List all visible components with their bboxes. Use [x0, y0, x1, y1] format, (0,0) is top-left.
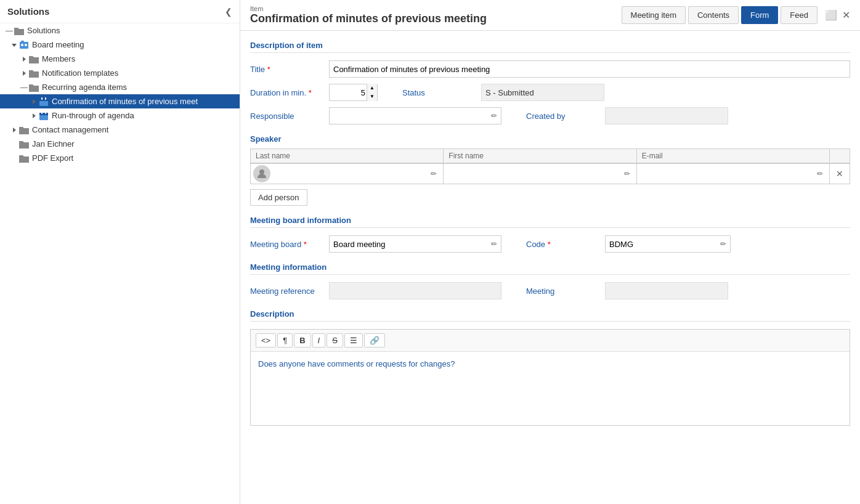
svg-rect-16 — [45, 112, 46, 114]
breadcrumb: Item — [250, 5, 487, 12]
sidebar-item-members[interactable]: Members — [0, 52, 240, 66]
responsible-field: Responsible ✏ — [250, 107, 501, 124]
header-left: Item Confirmation of minutes of previous… — [250, 5, 487, 25]
sidebar: Solutions ❮ —SolutionsBoard meetingMembe… — [0, 0, 240, 504]
tab-container: Meeting itemContentsFormFeed — [622, 6, 817, 24]
speaker-actions-header — [830, 149, 850, 163]
tree-container: —SolutionsBoard meetingMembersNotificati… — [0, 23, 240, 165]
sidebar-item-confirmation[interactable]: Confirmation of minutes of previous meet — [0, 94, 240, 108]
sidebar-item-label: Notification templates — [42, 68, 118, 78]
editor-toolbar: <>¶BIS☰🔗 — [250, 329, 850, 352]
sidebar-item-recurring-agenda-items[interactable]: —Recurring agenda items — [0, 80, 240, 94]
content-area: Description of item Title * Duration in … — [240, 31, 860, 504]
split-view-button[interactable]: ⬜ — [825, 9, 837, 21]
tab-form[interactable]: Form — [741, 6, 778, 24]
title-field: Title * — [250, 60, 850, 78]
speaker-email-input[interactable] — [639, 169, 813, 179]
folder-icon — [28, 55, 39, 63]
toolbar-bold-button[interactable]: B — [294, 333, 310, 348]
main-panel: Item Confirmation of minutes of previous… — [240, 0, 860, 504]
sidebar-item-board-meeting[interactable]: Board meeting — [0, 38, 240, 52]
sidebar-item-contact-management[interactable]: Contact management — [0, 123, 240, 137]
toolbar-italic-button[interactable]: I — [312, 333, 326, 348]
sidebar-header: Solutions ❮ — [0, 0, 240, 23]
status-label: Status — [402, 88, 476, 97]
duration-spinner[interactable]: ▲ ▼ — [329, 84, 378, 101]
responsible-createdby-row: Responsible ✏ Created by — [250, 107, 850, 124]
close-button[interactable]: ✕ — [842, 9, 850, 21]
spin-up-button[interactable]: ▲ — [367, 84, 377, 92]
editor-content[interactable]: Does anyone have comments or requests fo… — [250, 352, 850, 426]
svg-marker-5 — [23, 57, 26, 62]
speaker-firstname-header: First name — [444, 149, 636, 163]
duration-status-row: Duration in min. * ▲ ▼ Status — [250, 84, 850, 101]
speaker-lastname-cell: ✏ — [251, 164, 444, 184]
arrow-right-icon — [20, 70, 28, 76]
speaker-firstname-input[interactable] — [446, 169, 620, 179]
folder-icon — [18, 126, 30, 134]
created-by-input — [605, 107, 728, 124]
responsible-input[interactable] — [330, 109, 487, 123]
dash-icon: — — [20, 83, 28, 92]
sidebar-item-label: Contact management — [32, 125, 108, 134]
tab-meeting-item[interactable]: Meeting item — [622, 6, 686, 24]
sidebar-item-pdf-export[interactable]: PDF Export — [0, 151, 240, 165]
meeting-board-edit-button[interactable]: ✏ — [487, 238, 501, 250]
tab-feed[interactable]: Feed — [781, 6, 817, 24]
title-input[interactable] — [329, 60, 850, 78]
toolbar-paragraph-button[interactable]: ¶ — [277, 333, 293, 348]
spin-buttons: ▲ ▼ — [367, 84, 377, 101]
svg-point-18 — [259, 169, 264, 174]
svg-point-4 — [25, 44, 27, 46]
sidebar-title: Solutions — [7, 6, 49, 17]
tab-contents[interactable]: Contents — [688, 6, 739, 24]
responsible-label: Responsible — [250, 112, 324, 121]
duration-label: Duration in min. * — [250, 88, 324, 97]
sidebar-item-jan-eichner[interactable]: Jan Eichner — [0, 137, 240, 151]
meeting-field: Meeting — [526, 282, 728, 299]
speaker-email-edit-button[interactable]: ✏ — [813, 168, 827, 179]
sidebar-item-label: PDF Export — [32, 153, 73, 163]
speaker-email-header: E-mail — [637, 149, 830, 163]
svg-rect-14 — [39, 113, 48, 115]
code-input[interactable] — [606, 237, 716, 251]
speaker-lastname-input[interactable] — [273, 169, 427, 179]
description-section-title: Description of item — [250, 41, 850, 53]
meeting-board-label: Meeting board * — [250, 240, 324, 249]
toolbar-link-button[interactable]: 🔗 — [364, 333, 385, 348]
svg-rect-2 — [21, 41, 24, 43]
duration-input[interactable] — [330, 86, 367, 100]
code-edit-button[interactable]: ✏ — [716, 238, 730, 250]
speaker-email-cell: ✏ — [637, 164, 830, 184]
main-header: Item Confirmation of minutes of previous… — [240, 0, 860, 31]
responsible-edit-button[interactable]: ✏ — [487, 110, 501, 121]
sidebar-item-solutions[interactable]: —Solutions — [0, 23, 240, 38]
toolbar-code-button[interactable]: <> — [256, 333, 276, 348]
responsible-input-container: ✏ — [329, 107, 501, 124]
sidebar-item-label: Run-through of agenda — [52, 111, 134, 120]
code-label: Code * — [526, 240, 600, 249]
sidebar-item-notification-templates[interactable]: Notification templates — [0, 66, 240, 80]
code-field: Code * ✏ — [526, 235, 731, 253]
sidebar-collapse-button[interactable]: ❮ — [225, 7, 232, 17]
toolbar-strikethrough-button[interactable]: S — [327, 333, 343, 348]
speaker-remove-cell: ✕ — [830, 164, 850, 184]
speaker-firstname-edit-button[interactable]: ✏ — [620, 168, 634, 179]
speaker-remove-button[interactable]: ✕ — [832, 168, 847, 180]
toolbar-list-button[interactable]: ☰ — [344, 333, 363, 348]
speaker-data-row: ✏ ✏ ✏ ✕ — [251, 163, 850, 184]
meeting-label: Meeting — [526, 287, 600, 296]
folder-icon — [14, 26, 25, 35]
spin-down-button[interactable]: ▼ — [367, 92, 377, 101]
meeting-info-row: Meeting reference Meeting — [250, 282, 850, 299]
sidebar-item-run-through[interactable]: Run-through of agenda — [0, 108, 240, 123]
avatar — [253, 165, 270, 182]
svg-point-3 — [21, 44, 23, 46]
svg-marker-12 — [33, 113, 36, 118]
speaker-lastname-edit-button[interactable]: ✏ — [427, 168, 440, 179]
meeting-board-input[interactable] — [330, 237, 487, 251]
add-person-button[interactable]: Add person — [250, 189, 307, 206]
header-right: Meeting itemContentsFormFeed ⬜ ✕ — [622, 6, 850, 24]
sidebar-item-label: Members — [42, 54, 75, 63]
title-label: Title * — [250, 65, 324, 74]
